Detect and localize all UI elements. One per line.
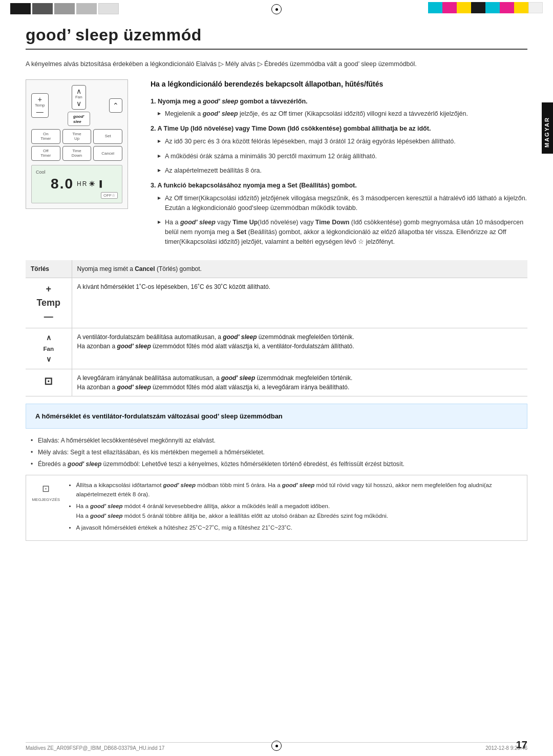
temp-icon-cell: +Temp— bbox=[26, 278, 72, 328]
remote-time-up[interactable]: TimeUp bbox=[62, 129, 92, 144]
minus-icon: — bbox=[36, 108, 44, 115]
section2-heading: A hőmérséklet és ventilátor-fordulatszám… bbox=[26, 404, 527, 429]
page-content: good’ sleep üzemmód A kényelmes alvás bi… bbox=[26, 20, 527, 736]
mark-black bbox=[10, 3, 31, 14]
bar-yellow2 bbox=[514, 2, 528, 13]
swing-description: A levegőáram irányának beállítása automa… bbox=[72, 369, 527, 396]
remote-set[interactable]: Set bbox=[93, 129, 122, 144]
step-3-bullet-2: Ha a good' sleep vagy Time Up(Idő növelé… bbox=[158, 218, 527, 246]
display-number: 8.0 HR ☀ ▐ bbox=[36, 176, 118, 192]
step-1-num: 1. bbox=[151, 98, 158, 105]
temp-icon: +Temp— bbox=[36, 284, 60, 322]
instructions-col: Ha a légkondicionáló berendezés bekapcso… bbox=[151, 79, 527, 252]
time-down-label: TimeDown bbox=[72, 149, 82, 158]
bar-magenta1 bbox=[442, 2, 457, 13]
step-2-bullet-2: A működési órák száma a minimális 30 per… bbox=[158, 152, 527, 161]
page-number: 17 bbox=[516, 739, 527, 751]
feature-table: Törlés Nyomja meg ismét a Cancel (Törlés… bbox=[26, 260, 527, 396]
temp-description: A kívánt hőmérséklet 1˚C-os lépésekben, … bbox=[72, 278, 527, 328]
remote-top-buttons: + Temp — ∧ Fan ∨ good'slee bbox=[31, 85, 122, 126]
torles-label: Törlés bbox=[26, 260, 72, 278]
note-bullet-3: A javasolt hőmérsékleti értékek a hűtésh… bbox=[69, 523, 520, 532]
note-content: Állítsa a kikapcsolási időtartamot good'… bbox=[64, 480, 520, 535]
mark-mid bbox=[54, 3, 75, 14]
good-sleep-label: good'slee bbox=[73, 114, 84, 124]
fan-description: A ventilátor-fordulatszám beállítása aut… bbox=[72, 328, 527, 369]
remote-time-down[interactable]: TimeDown bbox=[62, 146, 92, 161]
swing-icon-cell: ⊡ bbox=[26, 369, 72, 396]
off-timer-label: OffTimer bbox=[40, 149, 51, 158]
step-2-num: 2. bbox=[151, 125, 157, 132]
remote-mid-row: OnTimer TimeUp Set bbox=[31, 129, 122, 144]
remote-image: + Temp — ∧ Fan ∨ good'slee bbox=[26, 79, 128, 209]
footer-left: Maldives ZE_AR09FSFP@_IBIM_DB68-03379A_H… bbox=[26, 745, 164, 751]
fan-row: ∧Fan∨ A ventilátor-fordulatszám beállítá… bbox=[26, 328, 527, 369]
remote-bottom-row: OffTimer TimeDown Cancel bbox=[31, 146, 122, 161]
step-1-bullets: Megjelenik a good' sleep jelzője, és az … bbox=[158, 109, 527, 119]
bar-cyan1 bbox=[428, 2, 442, 13]
step-3: 3. A funkció bekapcsolásához nyomja meg … bbox=[151, 181, 527, 247]
remote-display: Cool 8.0 HR ☀ ▐ OFF☆ bbox=[31, 165, 122, 203]
display-off-label: OFF☆ bbox=[101, 192, 118, 199]
color-bars bbox=[428, 2, 543, 13]
section1-heading: Ha a légkondicionáló berendezés bekapcso… bbox=[151, 79, 527, 90]
remote-col: + Temp — ∧ Fan ∨ good'slee bbox=[26, 79, 138, 252]
fan-up-icon: ∧ bbox=[76, 88, 81, 95]
step-2-title: A Time Up (Idő növelése) vagy Time Down … bbox=[157, 125, 431, 132]
bullet-mely-alvas: Mély alvás: Segít a test ellazításában, … bbox=[31, 448, 527, 457]
temp-row: +Temp— A kívánt hőmérséklet 1˚C-os lépés… bbox=[26, 278, 527, 328]
set-label: Set bbox=[105, 134, 111, 139]
fan-icon-cell: ∧Fan∨ bbox=[26, 328, 72, 369]
step-2-bullet-1: Az idő 30 perc és 3 óra között félórás l… bbox=[158, 137, 527, 146]
mark-light bbox=[76, 3, 97, 14]
bar-magenta2 bbox=[500, 2, 514, 13]
note-bullet-1: Állítsa a kikapcsolási időtartamot good'… bbox=[69, 480, 520, 499]
fan-icon: ∧Fan∨ bbox=[43, 333, 54, 363]
caret-up-icon: ⌃ bbox=[113, 102, 119, 109]
fan-down-icon: ∨ bbox=[76, 100, 81, 107]
swing-row: ⊡ A levegőáram irányának beállítása auto… bbox=[26, 369, 527, 396]
display-signal-icon: ▐ bbox=[97, 180, 103, 187]
print-marks bbox=[0, 2, 553, 14]
step-1-title: Nyomja meg a good' sleep gombot a távvez… bbox=[158, 98, 308, 105]
note-icon-label: MEGJEGYZÉS bbox=[32, 497, 60, 503]
page-title: good’ sleep üzemmód bbox=[26, 26, 527, 50]
compass-bottom bbox=[271, 741, 282, 751]
step-1: 1. Nyomja meg a good' sleep gombot a táv… bbox=[151, 97, 527, 119]
note-bullet-2: Ha a good' sleep módot 4 óránál kevesebb… bbox=[69, 501, 520, 520]
step-3-bullets: Az Off timer(Kikapcsolási időzítő) jelző… bbox=[158, 194, 527, 247]
note-icon: ⊡ bbox=[42, 481, 50, 496]
remote-on-timer[interactable]: OnTimer bbox=[31, 129, 60, 144]
two-col-layout: + Temp — ∧ Fan ∨ good'slee bbox=[26, 79, 527, 252]
display-off-icon: ☆ bbox=[112, 193, 115, 198]
remote-off-timer[interactable]: OffTimer bbox=[31, 146, 60, 161]
remote-temp-plus[interactable]: + Temp — bbox=[31, 93, 49, 118]
torles-text: Nyomja meg ismét a Cancel (Törlés) gombo… bbox=[72, 260, 527, 278]
remote-caret-up[interactable]: ⌃ bbox=[109, 98, 122, 113]
bar-cyan2 bbox=[485, 2, 500, 13]
bottom-bullets: Elalvás: A hőmérséklet lecsökkentésével … bbox=[26, 436, 527, 470]
on-timer-label: OnTimer bbox=[40, 132, 51, 141]
display-mode-label: Cool bbox=[36, 170, 118, 175]
step-3-bullet-1: Az Off timer(Kikapcsolási időzítő) jelző… bbox=[158, 194, 527, 213]
remote-cancel[interactable]: Cancel bbox=[93, 146, 122, 161]
note-box: ⊡ MEGJEGYZÉS Állítsa a kikapcsolási időt… bbox=[26, 475, 527, 541]
mark-dark bbox=[32, 3, 53, 14]
bar-yellow1 bbox=[457, 2, 471, 13]
step-2: 2. A Time Up (Idő növelése) vagy Time Do… bbox=[151, 124, 527, 176]
bullet-elalvas: Elalvás: A hőmérséklet lecsökkentésével … bbox=[31, 436, 527, 446]
remote-fan-up[interactable]: ∧ Fan ∨ bbox=[72, 85, 86, 110]
left-print-marks bbox=[10, 3, 119, 14]
step-1-bullet-1: Megjelenik a good' sleep jelzője, és az … bbox=[158, 109, 527, 119]
time-up-label: TimeUp bbox=[72, 132, 81, 141]
sidebar-label: MAGYAR bbox=[542, 102, 553, 154]
good-sleep-btn[interactable]: good'slee bbox=[68, 112, 90, 126]
plus-icon: + bbox=[38, 96, 42, 103]
bullet-ebredes: Ébredés a good' sleep üzemmódból: Lehető… bbox=[31, 459, 527, 469]
step-2-bullet-3: Az alapértelmezett beállítás 8 óra. bbox=[158, 166, 527, 176]
intro-text: A kényelmes alvás biztosítása érdekében … bbox=[26, 59, 527, 69]
note-icon-col: ⊡ MEGJEGYZÉS bbox=[33, 480, 59, 535]
display-sun-icon: ☀ bbox=[89, 180, 96, 188]
display-hr: HR bbox=[77, 180, 88, 187]
display-off-row: OFF☆ bbox=[36, 192, 118, 199]
